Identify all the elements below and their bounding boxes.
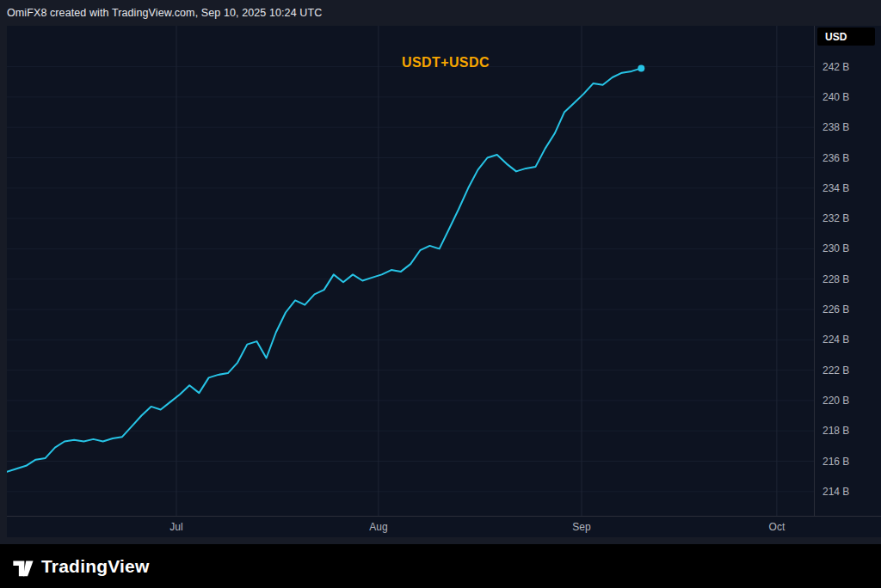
price-tick-label: 232 B xyxy=(822,212,849,224)
price-axis[interactable]: USD 242 B240 B238 B236 B234 B232 B230 B2… xyxy=(814,26,881,516)
price-tick-label: 216 B xyxy=(822,456,849,468)
price-tick-label: 242 B xyxy=(822,61,849,73)
price-tick-label: 218 B xyxy=(822,425,849,437)
price-tick-label: 224 B xyxy=(822,334,849,346)
series-line[interactable] xyxy=(7,68,641,471)
price-tick-label: 230 B xyxy=(822,242,849,254)
price-tick-label: 228 B xyxy=(822,273,849,285)
price-tick-label: 226 B xyxy=(822,303,849,315)
price-tick-label: 234 B xyxy=(822,182,849,194)
series-chart xyxy=(7,26,814,516)
chart-attribution: OmiFX8 created with TradingView.com, Sep… xyxy=(7,0,322,26)
tradingview-logo[interactable]: TradingView xyxy=(11,555,150,578)
series-title: USDT+USDC xyxy=(402,55,490,70)
price-tick-label: 220 B xyxy=(822,395,849,407)
last-point-marker xyxy=(638,64,644,71)
time-axis[interactable]: JulAugSepOct xyxy=(7,516,881,537)
time-tick-label: Sep xyxy=(572,521,590,533)
currency-badge[interactable]: USD xyxy=(817,28,875,46)
plot-pane[interactable]: USDT+USDC xyxy=(7,26,814,516)
tradingview-logo-icon xyxy=(11,555,34,578)
chart-area: USDT+USDC USD 242 B240 B238 B236 B234 B2… xyxy=(7,26,881,537)
time-tick-label: Jul xyxy=(169,521,182,533)
time-tick-label: Aug xyxy=(369,521,387,533)
time-tick-label: Oct xyxy=(769,521,786,533)
price-tick-label: 222 B xyxy=(822,364,849,377)
footer-bar: TradingView xyxy=(0,544,881,588)
price-tick-label: 236 B xyxy=(822,152,849,164)
tradingview-logo-text: TradingView xyxy=(41,556,150,577)
price-tick-label: 240 B xyxy=(822,91,849,103)
price-tick-label: 238 B xyxy=(822,121,849,133)
price-tick-label: 214 B xyxy=(822,486,849,498)
